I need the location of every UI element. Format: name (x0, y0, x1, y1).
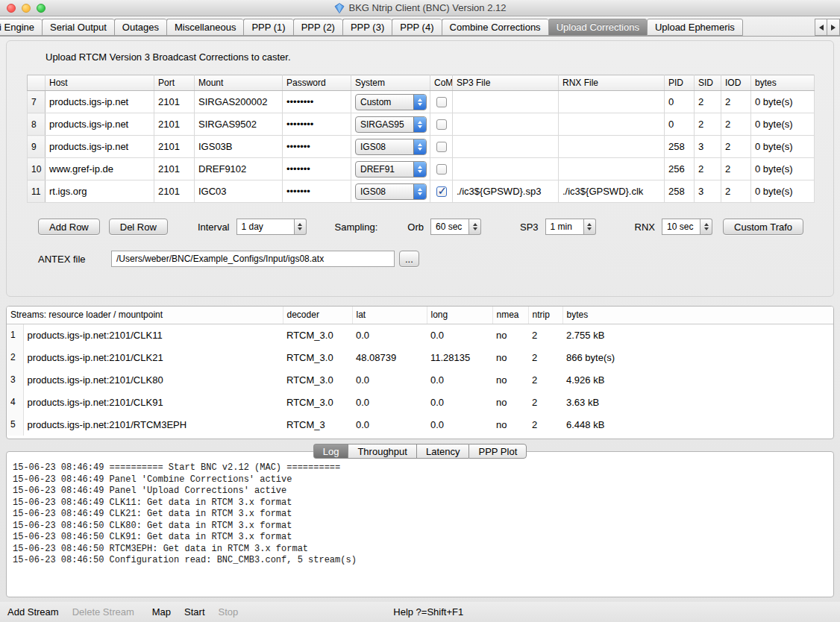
cell-port[interactable]: 2101 (154, 91, 195, 113)
cell-rnx-file[interactable] (559, 91, 665, 113)
panel-description: Upload RTCM Version 3 Broadcast Correcti… (46, 51, 833, 63)
stream-row[interactable]: 3 products.igs-ip.net:2101/CLK80 RTCM_3.… (7, 368, 833, 391)
tab-latency[interactable]: Latency (416, 444, 469, 459)
custom-trafo-button[interactable]: Custom Trafo (723, 219, 803, 235)
orb-stepper-icon (469, 219, 481, 235)
cell-password[interactable]: •••••••• (283, 91, 351, 113)
start-action[interactable]: Start (184, 606, 204, 618)
cell-sp3-file[interactable]: ./ic3${GPSWD}.sp3 (453, 180, 559, 203)
cell-pid[interactable]: 0 (665, 113, 695, 136)
cell-rnx-file[interactable] (559, 113, 665, 136)
cell-password[interactable]: ••••••• (283, 180, 351, 203)
cell-sp3-file[interactable] (453, 136, 559, 158)
cell-host[interactable]: products.igs-ip.net (46, 136, 154, 158)
stream-row[interactable]: 5 products.igs-ip.net:2101/RTCM3EPH RTCM… (7, 413, 833, 436)
cell-iod[interactable]: 2 (721, 180, 751, 203)
com-checkbox[interactable] (436, 119, 447, 130)
orb-spinner[interactable]: 60 sec (430, 219, 481, 235)
cell-sp3-file[interactable] (453, 113, 559, 136)
cell-rnx-file[interactable] (559, 136, 665, 158)
cell-host[interactable]: products.igs-ip.net (46, 91, 154, 113)
cell-sp3-file[interactable] (453, 91, 559, 113)
cell-mount[interactable]: DREF9102 (195, 158, 283, 180)
combobox-stepper-icon (413, 184, 426, 199)
cell-mount[interactable]: SIRGAS200002 (195, 91, 283, 113)
cell-port[interactable]: 2101 (154, 180, 195, 203)
cell-pid[interactable]: 258 (665, 180, 695, 203)
cell-host[interactable]: rt.igs.org (46, 180, 154, 203)
rnx-spinner[interactable]: 10 sec (662, 219, 712, 235)
cell-sid[interactable]: 2 (695, 91, 721, 113)
cell-rnx-file[interactable]: ./ic3${GPSWD}.clk (559, 180, 665, 203)
tab-ppp-4[interactable]: PPP (4) (392, 19, 441, 36)
tab-upload-ephemeris[interactable]: Upload Ephemeris (647, 19, 743, 36)
stream-row[interactable]: 1 products.igs-ip.net:2101/CLK11 RTCM_3.… (7, 324, 833, 346)
close-button[interactable] (7, 4, 16, 13)
log-output[interactable]: 15-06-23 08:46:49 ========== Start BNC v… (6, 451, 834, 597)
cell-iod[interactable]: 2 (721, 136, 751, 158)
cell-lat: 0.0 (352, 413, 427, 436)
cell-mount[interactable]: IGS03B (195, 136, 283, 158)
cell-port[interactable]: 2101 (154, 158, 195, 180)
cell-port[interactable]: 2101 (154, 136, 195, 158)
tab-serial-output[interactable]: Serial Output (42, 19, 114, 36)
cell-pid[interactable]: 258 (665, 136, 695, 158)
antex-file-input[interactable] (111, 251, 395, 267)
tab-log[interactable]: Log (313, 444, 348, 459)
antex-browse-button[interactable]: ... (399, 251, 419, 267)
cell-iod[interactable]: 2 (721, 91, 751, 113)
traffic-lights (7, 4, 46, 13)
tab-throughput[interactable]: Throughput (348, 444, 416, 459)
cell-sid[interactable]: 2 (695, 158, 721, 180)
tab-scroll-right-button[interactable] (827, 19, 840, 36)
tab-i-engine[interactable]: i Engine (0, 19, 42, 36)
tab-combine-corrections[interactable]: Combine Corrections (442, 19, 548, 36)
cell-password[interactable]: ••••••• (283, 158, 351, 180)
cell-sid[interactable]: 3 (695, 180, 721, 203)
com-checkbox[interactable] (436, 97, 447, 107)
cell-pid[interactable]: 0 (665, 91, 695, 113)
system-combobox[interactable]: Custom (355, 94, 427, 110)
cell-mount[interactable]: IGC03 (195, 180, 283, 203)
system-combobox[interactable]: IGS08 (355, 183, 427, 200)
sp3-spinner[interactable]: 1 min (545, 219, 596, 235)
zoom-button[interactable] (37, 4, 46, 13)
del-row-button[interactable]: Del Row (109, 219, 168, 235)
com-checkbox[interactable] (436, 186, 447, 197)
cell-port[interactable]: 2101 (154, 113, 195, 136)
com-checkbox[interactable] (436, 164, 447, 175)
cell-host[interactable]: products.igs-ip.net (46, 113, 154, 136)
minimize-button[interactable] (22, 4, 31, 13)
cell-sid[interactable]: 2 (695, 113, 721, 136)
cell-sp3-file[interactable] (453, 158, 559, 180)
add-row-button[interactable]: Add Row (38, 219, 100, 235)
cell-mount[interactable]: SIRGAS9502 (195, 113, 283, 136)
tab-miscellaneous[interactable]: Miscellaneous (166, 19, 243, 36)
tab-outages[interactable]: Outages (114, 19, 166, 36)
stream-row[interactable]: 2 products.igs-ip.net:2101/CLK21 RTCM_3.… (7, 346, 833, 368)
interval-dropdown[interactable]: 1 day (236, 219, 307, 235)
system-combobox[interactable]: IGS08 (355, 139, 427, 155)
cell-host[interactable]: www.gref-ip.de (46, 158, 154, 180)
cell-password[interactable]: •••••••• (283, 113, 351, 136)
cell-rnx-file[interactable] (559, 158, 665, 180)
map-action[interactable]: Map (152, 606, 171, 618)
tab-ppp-plot[interactable]: PPP Plot (468, 444, 527, 459)
tab-upload-corrections[interactable]: Upload Corrections (548, 19, 647, 36)
cell-pid[interactable]: 256 (665, 158, 695, 180)
cell-iod[interactable]: 2 (721, 113, 751, 136)
stream-row[interactable]: 4 products.igs-ip.net:2101/CLK91 RTCM_3.… (7, 391, 833, 413)
tab-ppp-3[interactable]: PPP (3) (342, 19, 392, 36)
cell-sid[interactable]: 3 (695, 136, 721, 158)
cell-password[interactable]: ••••••• (283, 136, 351, 158)
add-stream-action[interactable]: Add Stream (7, 606, 59, 618)
tab-ppp-2[interactable]: PPP (2) (293, 19, 342, 36)
system-combobox[interactable]: SIRGAS95 (355, 116, 427, 133)
cell-bytes: 866 byte(s) (562, 346, 833, 368)
tab-ppp-1[interactable]: PPP (1) (243, 19, 292, 36)
tab-scroll-left-button[interactable] (815, 19, 827, 36)
system-combobox[interactable]: DREF91 (355, 161, 427, 178)
com-checkbox[interactable] (436, 142, 447, 152)
cell-iod[interactable]: 2 (721, 158, 751, 180)
header-password: Password (283, 75, 351, 91)
